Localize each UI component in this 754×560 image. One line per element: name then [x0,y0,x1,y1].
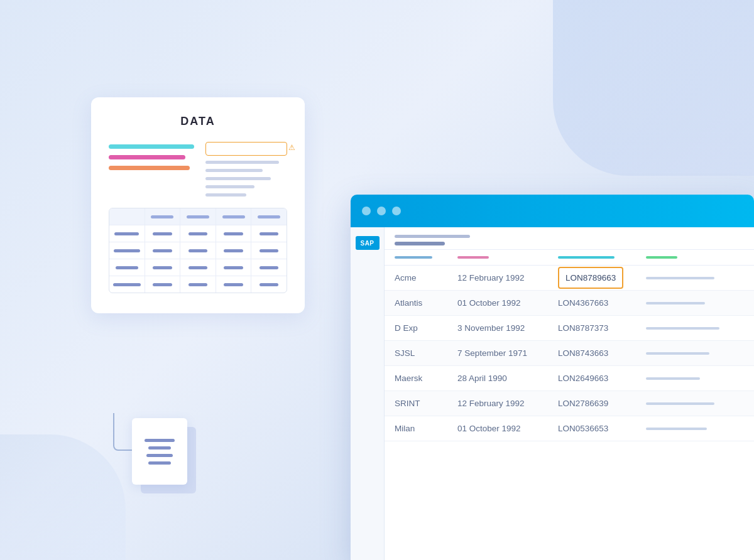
cell-company-4: SJSL [390,341,452,365]
doc-line-3 [146,454,173,457]
cell-code-2: LON4367663 [553,291,641,315]
mini-table-header-row [109,208,287,225]
cell-extra-6 [641,395,749,412]
mini-cell-r4c1 [109,276,145,293]
browser-titlebar [351,195,754,227]
mini-cell-header-4 [216,208,252,225]
doc-line-4 [148,461,171,465]
cell-code-1: LON8789663 [553,266,641,290]
mini-cell-r1c3 [180,225,216,242]
table-row[interactable]: Atlantis 01 October 1992 LON4367663 [385,291,754,316]
cell-code-3: LON8787373 [553,316,641,340]
cell-extra-2 [641,294,749,312]
bg-decoration-bottom-left [0,434,126,560]
mini-cell-r2c2 [145,242,181,259]
data-line-cyan [109,144,194,149]
sap-main-content: Acme 12 February 1992 LON8789663 Atlanti… [385,227,754,560]
mini-cell-r4c4 [216,276,252,293]
text-line-3 [205,177,271,180]
col-header-date [452,250,553,265]
cell-date-7: 01 October 1992 [452,416,553,441]
mini-table-row-1 [109,225,287,242]
mini-cell-r4c2 [145,276,181,293]
data-card-right [205,142,287,197]
mini-cell-header-2 [145,208,181,225]
cell-company-5: Maersk [390,366,452,390]
cell-date-4: 7 September 1971 [452,341,553,365]
cell-extra-1 [641,269,749,287]
mini-cell-r4c3 [180,276,216,293]
mini-cell-header-5 [251,208,287,225]
col-header-bar-2 [457,256,489,259]
cell-date-5: 28 April 1990 [452,366,553,390]
cell-date-3: 3 November 1992 [452,316,553,340]
cell-code-4: LON8743663 [553,341,641,365]
browser-dot-3 [392,207,401,215]
col-header-extra [641,250,749,265]
cell-company-1: Acme [390,266,452,290]
document-group [132,418,187,485]
data-card-input[interactable] [205,142,287,156]
page-title-line [395,242,445,245]
highlighted-cell: LON8789663 [558,267,623,289]
table-row[interactable]: Maersk 28 April 1990 LON2649663 [385,366,754,391]
data-line-orange [109,166,190,170]
cell-extra-4 [641,345,749,362]
mini-table-row-2 [109,242,287,259]
mini-cell-r3c1 [109,259,145,276]
mini-cell-header-1 [109,208,145,225]
table-header-row [385,250,754,266]
cell-code-6: LON2786639 [553,391,641,416]
data-line-pink [109,155,185,159]
mini-cell-r2c1 [109,242,145,259]
cell-extra-3 [641,320,749,337]
doc-line-1 [145,439,175,442]
cell-company-7: Milan [390,416,452,441]
mini-cell-header-3 [180,208,216,225]
sap-logo: SAP [356,236,380,250]
mini-cell-r1c5 [251,225,287,242]
browser-dot-2 [377,207,386,215]
breadcrumb-line [395,235,470,238]
mini-cell-r1c4 [216,225,252,242]
mini-cell-r3c2 [145,259,181,276]
cell-company-6: SRINT [390,391,452,416]
mini-cell-r3c4 [216,259,252,276]
doc-line-2 [148,446,171,450]
bg-decoration-top-right [553,0,754,176]
table-row[interactable]: D Exp 3 November 1992 LON8787373 [385,316,754,341]
mini-cell-r2c4 [216,242,252,259]
mini-table-row-3 [109,259,287,276]
mini-cell-r1c2 [145,225,181,242]
mini-cell-r1c1 [109,225,145,242]
cell-company-2: Atlantis [390,291,452,315]
cell-code-5: LON2649663 [553,366,641,390]
browser-body: SAP [351,227,754,560]
col-header-company [390,250,452,265]
mini-cell-r2c5 [251,242,287,259]
data-card-content [109,142,287,197]
table-row[interactable]: Milan 01 October 1992 LON0536653 [385,416,754,441]
data-lines-left [109,142,194,197]
browser-window: SAP [351,195,754,560]
cell-extra-5 [641,370,749,387]
mini-table-row-4 [109,276,287,293]
table-row[interactable]: Acme 12 February 1992 LON8789663 [385,266,754,291]
mini-cell-r2c3 [180,242,216,259]
cell-company-3: D Exp [390,316,452,340]
data-card: DATA [91,97,305,313]
table-row[interactable]: SRINT 12 February 1992 LON2786639 [385,391,754,416]
cell-date-6: 12 February 1992 [452,391,553,416]
text-line-4 [205,185,254,188]
text-line-5 [205,193,246,197]
col-header-bar-3 [558,256,615,259]
table-row[interactable]: SJSL 7 September 1971 LON8743663 [385,341,754,366]
col-header-code [553,250,641,265]
mini-grid-table [109,208,287,293]
mini-cell-r4c5 [251,276,287,293]
mini-cell-r3c5 [251,259,287,276]
sap-header [385,227,754,250]
cell-date-1: 12 February 1992 [452,266,553,290]
cell-date-2: 01 October 1992 [452,291,553,315]
cell-extra-7 [641,420,749,438]
